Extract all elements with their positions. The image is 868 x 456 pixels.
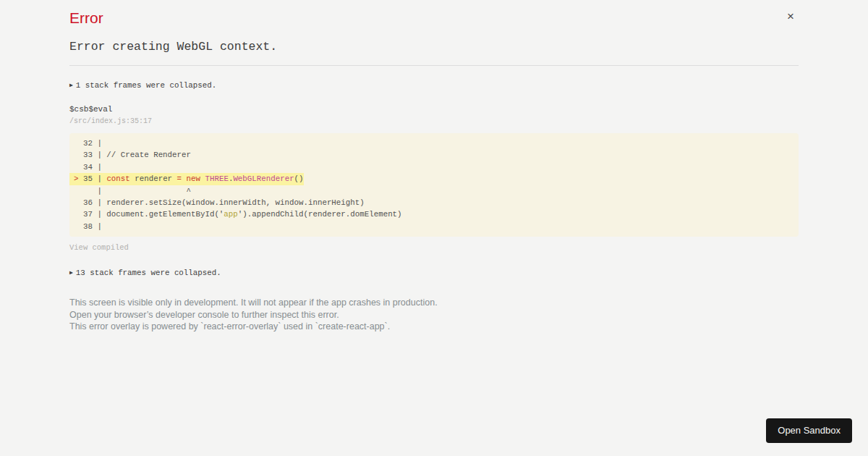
code-block: 32 | 33 | // Create Renderer 34 | > 35 |… [69,133,799,237]
footer-line: This screen is visible only in developme… [69,297,799,309]
code-line: > 35 | const renderer = new THREE.WebGLR… [74,173,791,185]
code-line: 36 | renderer.setSize(window.innerWidth,… [74,197,791,208]
collapsed-frames-top[interactable]: ▶1 stack frames were collapsed. [69,80,799,91]
collapsed-frames-top-label: 1 stack frames were collapsed. [76,81,216,90]
collapsed-frames-bottom-label: 13 stack frames were collapsed. [76,269,221,277]
divider [69,65,799,66]
stack-frame-function: $csb$eval [69,104,799,114]
footer-notes: This screen is visible only in developme… [69,297,799,333]
code-line: | ^ [74,185,791,197]
expand-arrow-icon: ▶ [69,80,73,90]
overlay-header: Error × [69,9,799,28]
highlighted-code-line: > 35 | const renderer = new THREE.WebGLR… [69,173,304,185]
code-line: 32 | [74,138,791,149]
footer-line: This error overlay is powered by `react-… [69,321,799,333]
close-icon[interactable]: × [787,10,794,22]
code-line: 33 | // Create Renderer [74,149,791,161]
open-sandbox-button[interactable]: Open Sandbox [766,418,852,443]
code-line: 34 | [74,161,791,173]
expand-arrow-icon: ▶ [69,267,73,278]
error-overlay: Error × Error creating WebGL context. ▶1… [69,9,799,333]
code-line: 38 | [74,221,791,232]
stack-frame-location: /src/index.js:35:17 [69,117,799,126]
error-message: Error creating WebGL context. [69,40,799,54]
collapsed-frames-bottom[interactable]: ▶13 stack frames were collapsed. [69,267,799,279]
error-title: Error [69,9,799,28]
code-line: 37 | document.getElementById('app').appe… [74,208,791,220]
footer-line: Open your browser’s developer console to… [69,309,799,321]
view-compiled-link[interactable]: View compiled [69,243,799,253]
